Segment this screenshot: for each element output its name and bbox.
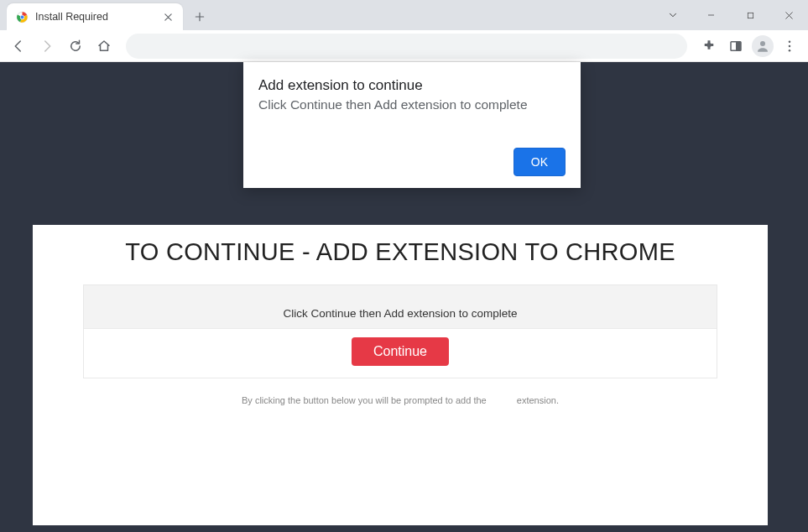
svg-rect-4: [748, 13, 753, 18]
address-bar[interactable]: [126, 34, 687, 59]
dialog-heading: Add extension to continue: [258, 77, 566, 94]
svg-point-8: [789, 40, 791, 43]
maximize-button[interactable]: [731, 0, 769, 30]
minimize-button[interactable]: [692, 0, 731, 30]
instruction-text: Click Continue then Add extension to com…: [84, 285, 717, 329]
fineprint: By clicking the button below you will be…: [33, 395, 768, 405]
svg-point-3: [20, 15, 23, 18]
chevron-down-icon[interactable]: [654, 9, 692, 21]
extensions-icon[interactable]: [697, 34, 721, 58]
dialog-subtext: Click Continue then Add extension to com…: [258, 97, 566, 112]
side-panel-icon[interactable]: [724, 34, 748, 58]
ok-button[interactable]: OK: [513, 148, 566, 176]
avatar-icon: [752, 35, 774, 57]
reload-button[interactable]: [64, 34, 87, 58]
page-content: Add extension to continue Click Continue…: [0, 62, 808, 532]
menu-button[interactable]: [778, 34, 801, 58]
page-heading: TO CONTINUE - ADD EXTENSION TO CHROME: [33, 238, 768, 266]
alert-dialog: Add extension to continue Click Continue…: [243, 62, 581, 188]
profile-button[interactable]: [751, 34, 774, 58]
svg-point-10: [789, 49, 791, 51]
browser-tab[interactable]: Install Required: [7, 3, 183, 30]
continue-button[interactable]: Continue: [352, 337, 449, 366]
tab-favicon: [15, 10, 29, 23]
page-card: TO CONTINUE - ADD EXTENSION TO CHROME Cl…: [33, 225, 768, 525]
window-controls: [654, 0, 808, 30]
close-window-button[interactable]: [769, 0, 808, 30]
new-tab-button[interactable]: [188, 5, 211, 29]
fineprint-right: extension.: [517, 395, 559, 405]
browser-toolbar: [0, 30, 808, 62]
home-button[interactable]: [92, 34, 116, 58]
close-tab-icon[interactable]: [161, 10, 175, 23]
tab-title: Install Required: [35, 11, 154, 23]
forward-button: [35, 34, 59, 58]
svg-point-9: [789, 44, 791, 47]
instruction-panel: Click Continue then Add extension to com…: [83, 284, 717, 378]
fineprint-left: By clicking the button below you will be…: [242, 395, 487, 405]
back-button[interactable]: [7, 34, 30, 58]
svg-point-7: [760, 41, 765, 46]
svg-rect-6: [736, 41, 741, 50]
